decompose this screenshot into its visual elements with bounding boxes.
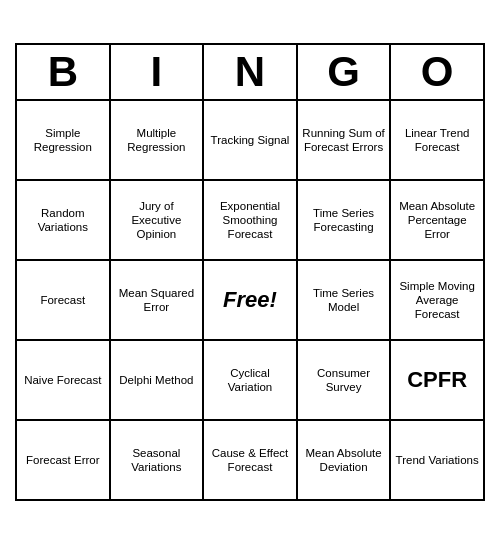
bingo-row-0: Simple RegressionMultiple RegressionTrac… (17, 101, 483, 181)
bingo-row-4: Forecast ErrorSeasonal VariationsCause &… (17, 421, 483, 499)
bingo-cell-3-4: CPFR (391, 341, 483, 419)
bingo-cell-4-3: Mean Absolute Deviation (298, 421, 392, 499)
bingo-header: BINGO (17, 45, 483, 101)
bingo-cell-3-1: Delphi Method (111, 341, 205, 419)
bingo-cell-1-4: Mean Absolute Percentage Error (391, 181, 483, 259)
bingo-cell-4-4: Trend Variations (391, 421, 483, 499)
bingo-grid: Simple RegressionMultiple RegressionTrac… (17, 101, 483, 499)
bingo-cell-2-1: Mean Squared Error (111, 261, 205, 339)
bingo-row-3: Naive ForecastDelphi MethodCyclical Vari… (17, 341, 483, 421)
bingo-cell-0-2: Tracking Signal (204, 101, 298, 179)
header-letter-g: G (298, 45, 392, 99)
header-letter-i: I (111, 45, 205, 99)
bingo-cell-2-3: Time Series Model (298, 261, 392, 339)
bingo-cell-4-0: Forecast Error (17, 421, 111, 499)
header-letter-n: N (204, 45, 298, 99)
bingo-row-1: Random VariationsJury of Executive Opini… (17, 181, 483, 261)
bingo-cell-4-1: Seasonal Variations (111, 421, 205, 499)
bingo-card: BINGO Simple RegressionMultiple Regressi… (15, 43, 485, 501)
bingo-cell-1-2: Exponential Smoothing Forecast (204, 181, 298, 259)
bingo-cell-3-2: Cyclical Variation (204, 341, 298, 419)
header-letter-o: O (391, 45, 483, 99)
bingo-cell-1-1: Jury of Executive Opinion (111, 181, 205, 259)
bingo-cell-3-0: Naive Forecast (17, 341, 111, 419)
header-letter-b: B (17, 45, 111, 99)
bingo-cell-4-2: Cause & Effect Forecast (204, 421, 298, 499)
bingo-cell-0-1: Multiple Regression (111, 101, 205, 179)
bingo-cell-0-3: Running Sum of Forecast Errors (298, 101, 392, 179)
bingo-cell-2-4: Simple Moving Average Forecast (391, 261, 483, 339)
bingo-cell-2-2: Free! (204, 261, 298, 339)
bingo-cell-1-0: Random Variations (17, 181, 111, 259)
bingo-cell-0-0: Simple Regression (17, 101, 111, 179)
bingo-row-2: ForecastMean Squared ErrorFree!Time Seri… (17, 261, 483, 341)
bingo-cell-0-4: Linear Trend Forecast (391, 101, 483, 179)
bingo-cell-3-3: Consumer Survey (298, 341, 392, 419)
bingo-cell-2-0: Forecast (17, 261, 111, 339)
bingo-cell-1-3: Time Series Forecasting (298, 181, 392, 259)
